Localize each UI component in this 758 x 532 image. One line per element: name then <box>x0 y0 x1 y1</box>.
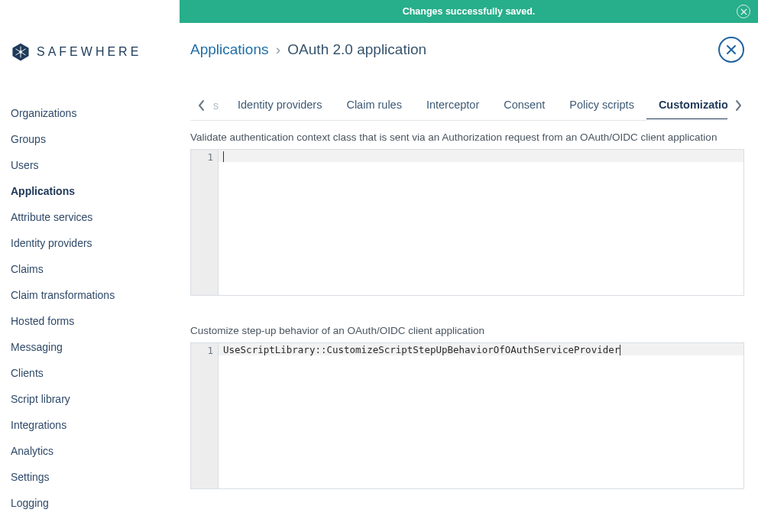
sidebar-item-messaging[interactable]: Messaging <box>11 334 169 360</box>
validate-acr-label: Validate authentication context class th… <box>190 131 744 143</box>
sidebar-item-logging[interactable]: Logging <box>11 490 169 516</box>
page-header: Applications › OAuth 2.0 application <box>190 37 744 63</box>
editor-gutter: 1 <box>191 150 219 295</box>
editor-body[interactable]: UseScriptLibrary::CustomizeScriptStepUpB… <box>219 343 743 488</box>
sidebar-item-script-library[interactable]: Script library <box>11 386 169 412</box>
breadcrumb-current: OAuth 2.0 application <box>287 41 426 57</box>
svg-point-1 <box>19 50 22 54</box>
brand-hex-icon <box>11 42 31 62</box>
sidebar: SAFEWHERE OrganizationsGroupsUsersApplic… <box>0 0 180 532</box>
gutter-line-number: 1 <box>191 345 213 356</box>
editor-code[interactable]: UseScriptLibrary::CustomizeScriptStepUpB… <box>223 344 740 355</box>
editor-body[interactable] <box>219 150 743 295</box>
tab-claim-rules[interactable]: Claim rules <box>334 91 414 119</box>
breadcrumb-separator: › <box>273 41 283 57</box>
brand-name: SAFEWHERE <box>37 45 141 59</box>
tab-policy-scripts[interactable]: Policy scripts <box>557 91 646 119</box>
sidebar-item-claim-transformations[interactable]: Claim transformations <box>11 282 169 308</box>
tab-interceptor[interactable]: Interceptor <box>414 91 491 119</box>
tabs-scroll-left-button[interactable] <box>190 90 212 121</box>
main-content: Applications › OAuth 2.0 application s I… <box>180 0 758 532</box>
breadcrumb-root-link[interactable]: Applications <box>190 41 268 57</box>
sidebar-item-users[interactable]: Users <box>11 152 169 178</box>
breadcrumb: Applications › OAuth 2.0 application <box>190 41 426 58</box>
sidebar-item-organizations[interactable]: Organizations <box>11 100 169 126</box>
validate-acr-editor[interactable]: 1 <box>190 149 744 296</box>
tab-consent[interactable]: Consent <box>491 91 557 119</box>
sidebar-item-integrations[interactable]: Integrations <box>11 412 169 438</box>
sidebar-item-groups[interactable]: Groups <box>11 126 169 152</box>
stepup-editor[interactable]: 1 UseScriptLibrary::CustomizeScriptStepU… <box>190 342 744 489</box>
gutter-line-number: 1 <box>191 151 213 163</box>
toast-message: Changes successfully saved. <box>403 6 536 17</box>
sidebar-item-settings[interactable]: Settings <box>11 464 169 490</box>
tab-peek-left: s <box>213 99 221 112</box>
sidebar-item-applications[interactable]: Applications <box>11 178 169 204</box>
tab-strip: s Identity providersClaim rulesIntercept… <box>190 90 744 121</box>
tabs-scroll-right-button[interactable] <box>727 90 749 121</box>
sidebar-item-claims[interactable]: Claims <box>11 256 169 282</box>
sidebar-item-hosted-forms[interactable]: Hosted forms <box>11 308 169 334</box>
chevron-right-icon <box>734 99 743 112</box>
toast-close-button[interactable] <box>737 5 750 18</box>
tab-identity-providers[interactable]: Identity providers <box>225 91 334 119</box>
stepup-label: Customize step-up behavior of an OAuth/O… <box>190 325 744 336</box>
sidebar-nav: OrganizationsGroupsUsersApplicationsAttr… <box>11 100 169 516</box>
close-page-button[interactable] <box>718 37 744 63</box>
brand-logo[interactable]: SAFEWHERE <box>11 42 169 62</box>
sidebar-item-clients[interactable]: Clients <box>11 360 169 386</box>
editor-code[interactable] <box>223 151 740 162</box>
sidebar-item-identity-providers[interactable]: Identity providers <box>11 230 169 256</box>
editor-gutter: 1 <box>191 343 219 488</box>
sidebar-item-analytics[interactable]: Analytics <box>11 438 169 464</box>
chevron-left-icon <box>197 99 206 112</box>
sidebar-item-attribute-services[interactable]: Attribute services <box>11 204 169 230</box>
close-icon <box>740 8 747 15</box>
toast-success: Changes successfully saved. <box>180 0 758 23</box>
close-icon <box>726 44 737 55</box>
tab-list: Identity providersClaim rulesInterceptor… <box>221 91 744 119</box>
